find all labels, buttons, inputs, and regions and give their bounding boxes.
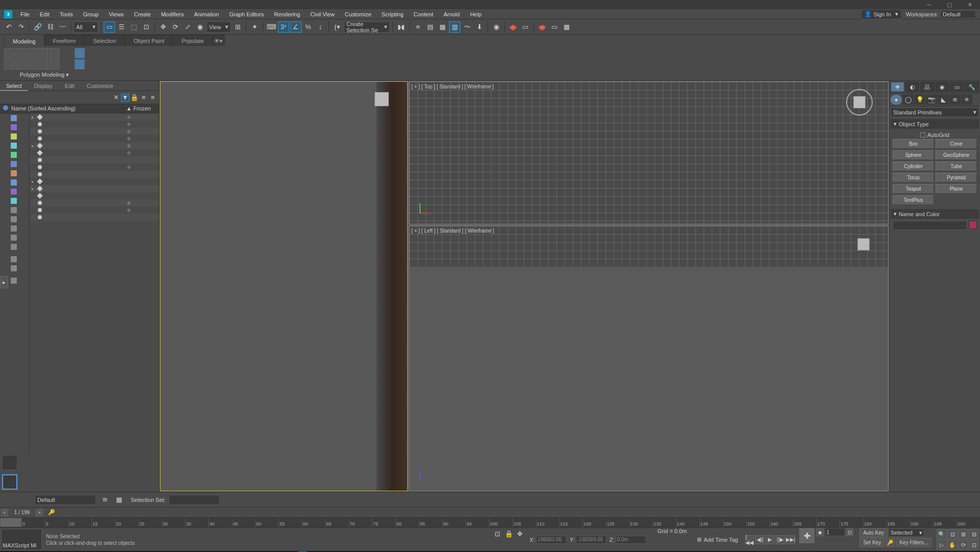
coord-mode-button[interactable]: ✥ xyxy=(515,528,526,539)
link-button[interactable]: 🔗 xyxy=(32,21,43,33)
explorer-header-frozen[interactable]: ▲ Frozen xyxy=(123,104,159,113)
fov-button[interactable]: ▷ xyxy=(937,540,947,550)
create-textplus-button[interactable]: TextPlus xyxy=(893,195,934,205)
cmd-tab-modify[interactable]: ◐ xyxy=(905,82,919,92)
ribbon-btn-9[interactable] xyxy=(38,59,48,70)
filter-helpers-icon[interactable] xyxy=(0,150,28,159)
explorer-header-icon[interactable] xyxy=(0,104,8,113)
window-close-button[interactable]: ✕ xyxy=(960,0,980,9)
timeline-tick[interactable]: 180 xyxy=(863,518,886,527)
timeline-tick[interactable]: 60 xyxy=(302,518,325,527)
menu-views[interactable]: Views xyxy=(104,9,129,19)
create-cone-button[interactable]: Cone xyxy=(936,139,977,149)
explorer-expand-handle[interactable]: ▸ xyxy=(0,276,8,288)
timeline-ticks[interactable]: 0510152025303540455055606570758085909510… xyxy=(21,518,980,527)
cmd-tab-utilities[interactable]: 🔧 xyxy=(965,82,979,92)
orbit-button[interactable]: ⟳ xyxy=(958,540,968,550)
angle-snap-button[interactable]: ∠ xyxy=(290,21,301,33)
list-item[interactable] xyxy=(30,192,159,199)
menu-group[interactable]: Group xyxy=(78,9,104,19)
timeline-tick[interactable]: 70 xyxy=(349,518,372,527)
timeline-tick[interactable]: 50 xyxy=(255,518,279,527)
current-frame-input[interactable] xyxy=(825,528,845,536)
setkey-button[interactable]: Set Key xyxy=(859,538,884,547)
ribbon-tab-freeform[interactable]: Freeform xyxy=(44,35,85,46)
unlink-button[interactable]: ⛓ xyxy=(44,21,56,33)
zoom-button[interactable]: 🔍 xyxy=(937,529,947,539)
timeline-tick[interactable]: 40 xyxy=(208,518,232,527)
ribbon-tab-selection[interactable]: Selection xyxy=(84,35,125,46)
timeline-tick[interactable]: 200 xyxy=(956,518,980,527)
filter-bone-icon[interactable] xyxy=(0,187,28,196)
timeline-ruler[interactable]: 0510152025303540455055606570758085909510… xyxy=(0,517,980,527)
autokey-button[interactable]: Auto Key xyxy=(859,528,888,537)
goto-end-button[interactable]: ▶▶| xyxy=(786,535,795,544)
list-item[interactable]: ▸❄ xyxy=(30,142,159,149)
explorer-close-button[interactable]: ✕ xyxy=(112,94,120,102)
list-item[interactable]: ❄ xyxy=(30,135,159,142)
ribbon-btn-1[interactable] xyxy=(4,48,14,58)
manipulate-button[interactable]: ✦ xyxy=(249,21,260,33)
menu-customize[interactable]: Customize xyxy=(340,9,377,19)
render-frame-button[interactable]: ▭ xyxy=(520,21,531,33)
ribbon-btn-4[interactable] xyxy=(38,48,48,58)
timeline-tick[interactable]: 45 xyxy=(232,518,255,527)
undo-button[interactable]: ↶ xyxy=(3,21,14,33)
timeline-key-icon[interactable]: 🔑 xyxy=(47,509,56,516)
filter-xrefs-icon[interactable] xyxy=(0,178,28,187)
ribbon-group-label[interactable]: Polygon Modeling ▾ xyxy=(4,71,85,78)
timeline-tick[interactable]: 5 xyxy=(45,518,68,527)
schematic-button[interactable]: ⬇ xyxy=(474,21,485,33)
viewcube[interactable] xyxy=(846,89,873,116)
cat-geometry[interactable]: ● xyxy=(891,95,902,105)
filter-container-icon[interactable] xyxy=(0,196,28,205)
refcoord-dropdown[interactable]: View▾ xyxy=(206,21,231,33)
object-color-swatch[interactable] xyxy=(969,221,977,229)
timeline-tick[interactable]: 150 xyxy=(723,518,746,527)
cat-lights[interactable]: 💡 xyxy=(914,95,925,105)
menu-edit[interactable]: Edit xyxy=(35,9,55,19)
selection-filter-dropdown[interactable]: All▾ xyxy=(74,21,98,33)
scale-button[interactable]: ⤢ xyxy=(182,21,193,33)
timeline-next-button[interactable]: > xyxy=(36,509,43,516)
explorer-tab-select[interactable]: Select xyxy=(0,81,28,91)
menu-content[interactable]: Content xyxy=(409,9,439,19)
goto-start-button[interactable]: |◀◀ xyxy=(745,535,754,544)
signin-button[interactable]: 👤 Sign In ▾ xyxy=(861,9,902,19)
menu-grapheditors[interactable]: Graph Editors xyxy=(224,9,269,19)
list-item[interactable]: ❄ xyxy=(30,149,159,156)
render-prod-button[interactable]: 🫖 xyxy=(536,21,548,33)
key-filter-icon-button[interactable]: 🔑 xyxy=(885,538,895,547)
layer-button-2[interactable]: ▦ xyxy=(113,494,125,505)
timeline-tick[interactable]: 130 xyxy=(629,518,653,527)
ribbon-btn-2[interactable] xyxy=(15,48,26,58)
timeline-tick[interactable]: 100 xyxy=(489,518,512,527)
timeline-tick[interactable]: 145 xyxy=(699,518,723,527)
ribbon-btn-8[interactable] xyxy=(27,59,37,70)
viewcube[interactable] xyxy=(857,238,873,254)
timeline-tick[interactable]: 115 xyxy=(559,518,582,527)
align-button[interactable]: ≡ xyxy=(412,21,424,33)
z-input[interactable] xyxy=(616,536,646,544)
timeline-tick[interactable]: 135 xyxy=(652,518,676,527)
thumb-2[interactable] xyxy=(2,474,17,490)
maximize-viewport-button[interactable]: ⊡ xyxy=(969,540,979,550)
layer-dropdown[interactable]: Default xyxy=(35,495,96,505)
timeline-tick[interactable]: 85 xyxy=(419,518,442,527)
menu-modifiers[interactable]: Modifiers xyxy=(156,9,189,19)
menu-rendering[interactable]: Rendering xyxy=(269,9,306,19)
menu-help[interactable]: Help xyxy=(465,9,487,19)
ribbon-btn-5[interactable] xyxy=(49,48,59,58)
create-cylinder-button[interactable]: Cylinder xyxy=(893,162,934,171)
cat-shapes[interactable]: ◯ xyxy=(902,95,914,105)
render-activeshade-button[interactable]: ▦ xyxy=(561,21,572,33)
filter-all-icon[interactable] xyxy=(0,224,28,233)
rotate-button[interactable]: ⟳ xyxy=(170,21,181,33)
x-input[interactable] xyxy=(536,536,567,544)
render-iter-button[interactable]: ▭ xyxy=(549,21,560,33)
layer-explorer-button[interactable]: ▤ xyxy=(425,21,436,33)
primitive-type-dropdown[interactable]: Standard Primitives ▾ xyxy=(891,107,979,117)
zoom-all-button[interactable]: ⊡ xyxy=(947,529,958,539)
select-object-button[interactable]: ▭ xyxy=(104,21,115,33)
zoom-extents-all-button[interactable]: ⊟ xyxy=(969,529,979,539)
